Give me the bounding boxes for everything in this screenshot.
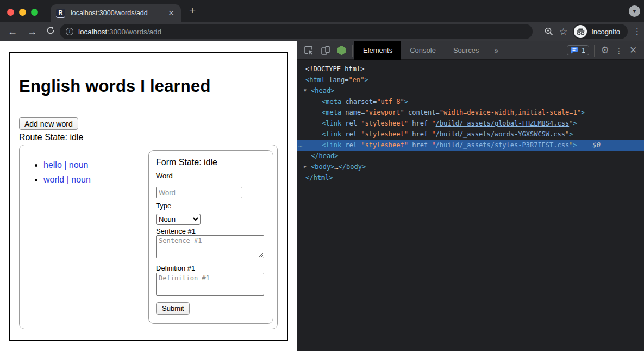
- code-token-att: href=: [408, 130, 432, 138]
- tab-elements[interactable]: Elements: [354, 41, 401, 60]
- code-token-val: "stylesheet": [361, 141, 408, 149]
- code-token-att: name=: [341, 109, 365, 116]
- page-title: English words I learned: [19, 76, 278, 97]
- back-button[interactable]: ←: [4, 22, 21, 41]
- code-token-tag: </html>: [305, 174, 333, 181]
- devtools-panel: Elements Console Sources » 1 ⚙ ⋮ ✕: [297, 41, 644, 351]
- toolbar-divider: [352, 45, 353, 57]
- dom-node-line[interactable]: <meta name="viewport" content="width=dev…: [297, 107, 644, 118]
- code-token-tag: >: [364, 76, 368, 84]
- tab-title: localhost:3000/words/add: [71, 9, 167, 17]
- new-tab-button[interactable]: +: [189, 4, 196, 17]
- code-token-tag: >: [404, 98, 408, 105]
- word-link-hello[interactable]: hello | noun: [43, 160, 88, 170]
- tab-console[interactable]: Console: [401, 41, 445, 60]
- forward-button[interactable]: →: [24, 22, 40, 41]
- type-field-label: Type: [156, 202, 266, 210]
- issues-bubble-icon: [571, 47, 578, 54]
- issues-button[interactable]: 1: [567, 45, 589, 55]
- toolbar-right-actions: ☆ Incognito ⋮: [544, 22, 641, 41]
- definition-textarea[interactable]: [156, 273, 264, 296]
- devtools-menu-icon[interactable]: ⋮: [614, 46, 624, 55]
- code-token-att: rel=: [341, 141, 361, 149]
- dom-node-line[interactable]: ▶<body>…</body>: [297, 161, 644, 172]
- dom-node-line[interactable]: …<link rel="stylesheet" href="/build/_as…: [297, 140, 644, 151]
- dom-node-line[interactable]: <meta charset="utf-8">: [297, 96, 644, 107]
- code-token-lnk: /build/_assets/styles-P3R7IEST.css: [436, 141, 570, 149]
- dom-node-line[interactable]: </head>: [297, 151, 644, 161]
- code-token-val: "width=device-width,initial-scale=1": [440, 109, 581, 116]
- code-token-val: ": [432, 120, 435, 127]
- code-token-tag: >: [573, 120, 577, 127]
- macos-minimize-button[interactable]: [19, 9, 26, 16]
- collapse-arrow-icon[interactable]: ▼: [304, 85, 307, 96]
- remix-favicon-icon: R: [56, 9, 65, 18]
- incognito-label: Incognito: [591, 28, 620, 36]
- dom-node-line[interactable]: ▼<head>: [297, 85, 644, 96]
- toolbar-divider: [594, 45, 595, 57]
- page-info-icon[interactable]: i: [66, 28, 73, 35]
- sentence-textarea[interactable]: [156, 235, 264, 258]
- reload-icon: [46, 26, 55, 35]
- submit-button[interactable]: Submit: [156, 302, 190, 315]
- incognito-avatar: [574, 25, 587, 38]
- code-token-mta: == $0: [577, 141, 601, 149]
- incognito-badge[interactable]: Incognito: [573, 24, 628, 39]
- code-token-val: "en": [348, 76, 364, 84]
- macos-zoom-button[interactable]: [31, 9, 38, 16]
- dom-node-line[interactable]: <link rel="stylesheet" href="/build/_ass…: [297, 118, 644, 129]
- macos-close-button[interactable]: [7, 9, 14, 16]
- code-token-tag: >: [569, 130, 573, 138]
- code-token-val: "viewport": [365, 109, 404, 116]
- word-field-label: Word: [156, 172, 266, 180]
- url-path: :3000/words/add: [107, 28, 161, 36]
- bookmark-star-icon[interactable]: ☆: [559, 26, 567, 37]
- dom-node-line[interactable]: <html lang="en">: [297, 74, 644, 85]
- form-state-text: Form State: idle: [156, 157, 266, 167]
- code-token-att: href=: [408, 120, 432, 127]
- word-input[interactable]: [156, 187, 242, 198]
- inspect-element-button[interactable]: [303, 46, 314, 55]
- code-token-txt: <!DOCTYPE html>: [305, 65, 364, 73]
- code-token-txt: …: [334, 163, 338, 171]
- route-state-text: Route State: idle: [19, 132, 278, 142]
- add-word-form: Form State: idle Word Type Noun Sentence…: [148, 150, 273, 324]
- type-select[interactable]: Noun: [156, 214, 201, 225]
- code-token-tag: >: [573, 141, 577, 149]
- url-host: localhost: [78, 28, 107, 36]
- code-token-att: rel=: [341, 120, 361, 127]
- extension-hexagon-icon[interactable]: [337, 46, 346, 55]
- devtools-close-icon[interactable]: ✕: [627, 45, 640, 56]
- code-token-att: rel=: [341, 130, 361, 138]
- code-token-tag: <meta: [322, 109, 341, 116]
- definition-field-label: Definition #1: [156, 264, 266, 272]
- zoom-level-icon[interactable]: [544, 27, 554, 36]
- word-link-world[interactable]: world | noun: [43, 175, 91, 184]
- code-token-tag: <head>: [311, 87, 334, 95]
- settings-gear-icon[interactable]: ⚙: [598, 45, 611, 56]
- add-new-word-button[interactable]: Add new word: [19, 117, 78, 130]
- code-token-val: ": [432, 130, 435, 138]
- tab-sources[interactable]: Sources: [445, 41, 488, 60]
- browser-window: R localhost:3000/words/add ✕ + ▼ ← → i l…: [0, 0, 644, 351]
- reload-button[interactable]: [42, 22, 59, 41]
- browser-tab[interactable]: R localhost:3000/words/add ✕: [51, 4, 181, 22]
- more-tabs-button[interactable]: »: [488, 46, 505, 55]
- device-toolbar-button[interactable]: [320, 46, 331, 55]
- tab-search-button[interactable]: ▼: [629, 5, 640, 17]
- tab-close-icon[interactable]: ✕: [167, 9, 176, 17]
- address-bar[interactable]: i localhost:3000/words/add: [60, 24, 533, 39]
- node-overflow-ellipsis-icon[interactable]: …: [298, 140, 302, 151]
- devtools-right-actions: ⚙ ⋮ ✕: [589, 45, 644, 57]
- expand-arrow-icon[interactable]: ▶: [304, 161, 307, 172]
- elements-tree: <!DOCTYPE html><html lang="en">▼<head><m…: [297, 60, 644, 351]
- code-token-tag: </head>: [311, 152, 339, 160]
- dom-node-line[interactable]: </html>: [297, 172, 644, 183]
- words-panel: hello | noun world | noun Form State: id…: [19, 145, 278, 329]
- dom-node-line[interactable]: <link rel="stylesheet" href="/build/_ass…: [297, 129, 644, 140]
- browser-menu-icon[interactable]: ⋮: [633, 27, 641, 36]
- code-token-tag: </body>: [339, 163, 366, 171]
- window-content: English words I learned Add new word Rou…: [0, 41, 644, 351]
- dom-node-line[interactable]: <!DOCTYPE html>: [297, 64, 644, 74]
- page-viewport: English words I learned Add new word Rou…: [0, 41, 297, 351]
